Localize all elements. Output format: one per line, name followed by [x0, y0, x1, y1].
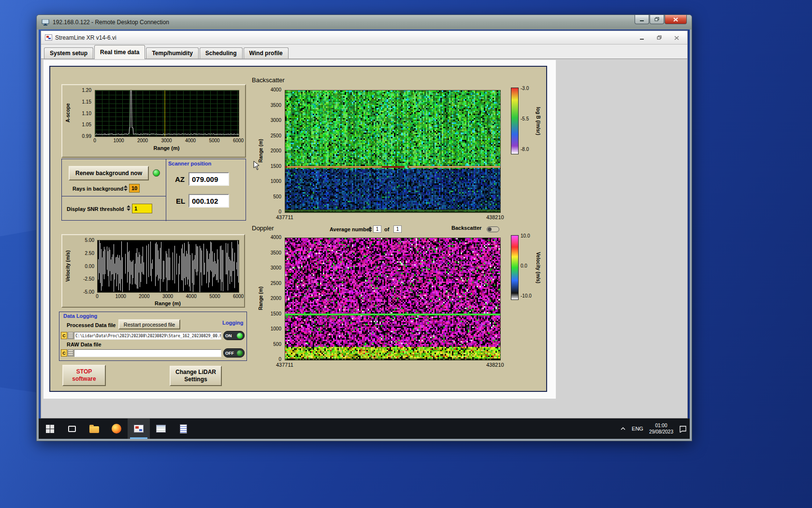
stop-button-line1: STOP [76, 368, 92, 375]
tab-temp-humidity[interactable]: Temp/humidity [146, 47, 198, 59]
tick-label: 1500 [271, 164, 281, 169]
ascope-graph: A-scope 1.201.151.101.050.99 01000200030… [61, 84, 246, 158]
average-total-value[interactable]: 1 [393, 225, 402, 233]
raw-drive-box[interactable]: C [61, 349, 67, 357]
average-number-label: Average number [330, 226, 371, 232]
app-window-title: StreamLine XR v14-6.vi [55, 34, 116, 41]
task-view-button[interactable] [61, 418, 83, 439]
tick-label: -5.5 [521, 116, 529, 121]
processed-drive-box[interactable]: C [61, 332, 67, 339]
desktop: 192.168.0.122 - Remote Desktop Connectio… [0, 0, 812, 508]
tick-label: 6000 [233, 294, 244, 299]
average-number-value[interactable]: 1 [373, 225, 381, 233]
doppler-ylabel: Range (m) [257, 238, 264, 359]
velocity-plot [97, 240, 239, 293]
streamline-app-button[interactable] [128, 418, 150, 439]
raw-logging-toggle[interactable]: OFF [223, 348, 245, 358]
tick-label: 4000 [271, 235, 281, 240]
rdp-restore-button[interactable] [650, 15, 664, 24]
tick-label: 4000 [271, 87, 281, 92]
rdp-titlebar[interactable]: 192.168.0.122 - Remote Desktop Connectio… [37, 15, 692, 30]
tab-scheduling[interactable]: Scheduling [200, 47, 243, 59]
app-content: A-scope 1.201.151.101.050.99 01000200030… [41, 59, 687, 418]
rays-spinner[interactable] [123, 184, 128, 193]
rdp-minimize-button[interactable] [635, 15, 649, 24]
snr-spinner[interactable] [126, 204, 131, 212]
stop-software-button[interactable]: STOP software [62, 365, 106, 386]
processed-logging-toggle[interactable]: ON [223, 331, 245, 340]
processed-browse-icon[interactable] [68, 332, 73, 339]
tab-real-time-data[interactable]: Real time data [94, 45, 145, 59]
remote-desktop-icon [42, 19, 49, 26]
az-value[interactable]: 079.009 [188, 172, 229, 186]
app-titlebar[interactable]: StreamLine XR v14-6.vi [41, 31, 687, 45]
tick-label: 1.20 [82, 88, 91, 93]
velocity-xlabel: Range (m) [97, 300, 238, 306]
folder-icon [89, 426, 99, 433]
tick-label: 3000 [271, 118, 281, 123]
tick-label: 4000 [185, 138, 196, 143]
doppler-yticks: 40003500300025002000150010005000 [265, 238, 282, 359]
tick-label: -2.50 [83, 276, 94, 282]
snr-value[interactable]: 1 [132, 204, 152, 213]
doppler-backscatter-toggle[interactable] [487, 226, 499, 232]
doppler-x-end: 438210 [486, 362, 504, 368]
firefox-button[interactable] [105, 418, 128, 439]
tick-label: 4000 [186, 294, 197, 299]
renew-background-button[interactable]: Renew background now [69, 166, 149, 180]
start-button[interactable] [39, 418, 61, 439]
logging-label: Logging [222, 320, 243, 326]
processed-path-field[interactable]: C:\Lidar\Data\Proc\2023\202308\20230829\… [74, 332, 221, 340]
restart-processed-file-button[interactable]: Restart processed file [118, 319, 180, 329]
tick-label: 2000 [137, 138, 148, 143]
tick-label: 5.00 [85, 238, 94, 243]
change-lidar-settings-button[interactable]: Change LiDAR Settings [170, 366, 222, 386]
tick-label: 0 [93, 138, 96, 143]
app-close-button[interactable] [668, 31, 685, 45]
app-minimize-button[interactable] [633, 31, 651, 45]
clock[interactable]: 01:00 29/08/2023 [649, 422, 673, 435]
notification-icon[interactable] [679, 425, 687, 433]
taskbar: ENG 01:00 29/08/2023 [39, 418, 690, 439]
el-value[interactable]: 000.102 [188, 194, 229, 208]
background-status-led [153, 169, 160, 177]
tick-label: 10.0 [521, 233, 530, 239]
backscatter-heatmap [285, 90, 501, 213]
raw-browse-icon[interactable] [68, 349, 73, 357]
toggle-off-label: OFF [225, 351, 234, 356]
file-explorer-button[interactable] [83, 418, 105, 439]
scheduler-window-icon [156, 425, 166, 433]
backscatter-x-start: 437711 [276, 214, 293, 220]
velocity-yticks: 5.002.500.00-2.50-5.00 [77, 240, 95, 292]
ascope-xticks: 0100020003000400050006000 [95, 138, 238, 144]
doppler-backscatter-toggle-label: Backscatter [451, 225, 481, 231]
ascope-plot[interactable] [95, 90, 239, 137]
doppler-heatmap [285, 238, 501, 360]
app-restore-button[interactable] [651, 31, 668, 45]
doppler-colorbar [511, 235, 519, 300]
toggle-on-label: ON [225, 333, 232, 338]
velocity-graph: Velocity (m/s) 5.002.500.00-2.50-5.00 01… [61, 234, 245, 308]
tick-label: 0.00 [85, 264, 94, 269]
raw-path-field[interactable] [74, 349, 221, 357]
rdp-close-button[interactable] [665, 15, 687, 24]
processed-data-file-label: Processed Data file [67, 322, 116, 328]
of-label: of [384, 226, 389, 232]
backscatter-colorbar [511, 88, 519, 154]
scan-scheduler-button[interactable] [150, 418, 172, 439]
tray-chevron-icon[interactable] [620, 427, 626, 431]
ascope-xlabel: Range (m) [95, 145, 238, 151]
tick-label: 1500 [271, 311, 281, 316]
tab-wind-profile[interactable]: Wind profile [244, 47, 289, 59]
tick-label: 2500 [271, 133, 281, 138]
average-number-spinner[interactable] [368, 225, 373, 234]
tick-label: 0 [278, 357, 281, 362]
tick-label: 5000 [209, 138, 219, 143]
ascope-yticks: 1.201.151.101.050.99 [75, 90, 92, 136]
language-indicator[interactable]: ENG [632, 426, 643, 432]
tab-system-setup[interactable]: System setup [44, 47, 93, 59]
front-panel: A-scope 1.201.151.101.050.99 01000200030… [44, 60, 556, 399]
el-label: EL [176, 197, 185, 205]
rays-value[interactable]: 10 [129, 184, 140, 193]
document-app-button[interactable] [172, 418, 194, 439]
